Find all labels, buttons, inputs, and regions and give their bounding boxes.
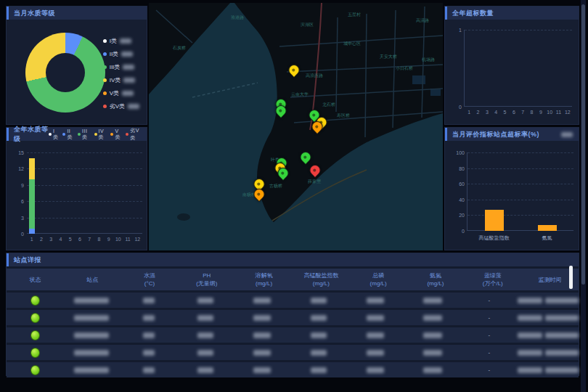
- table-row[interactable]: -: [7, 293, 579, 308]
- x-axis-tick: 4: [494, 110, 497, 115]
- column-name: 水温: [121, 271, 179, 279]
- gridline: [27, 201, 142, 202]
- status-normal-icon: [30, 330, 40, 340]
- x-axis-tick: 7: [521, 110, 524, 115]
- legend-value-redacted: [123, 78, 135, 83]
- gridline: [27, 152, 142, 153]
- cell-dissolved_oxygen: [234, 367, 290, 373]
- cell-algae: -: [461, 332, 518, 338]
- cell-status: [7, 330, 63, 340]
- cell-status: [7, 313, 63, 323]
- redacted-value: [253, 298, 271, 303]
- redacted-value: [367, 350, 384, 356]
- stacked-bar[interactable]: [29, 158, 35, 234]
- y-axis-tick: 15: [18, 150, 24, 155]
- x-axis-tick: 9: [539, 110, 542, 115]
- legend-label: 劣V类: [130, 127, 141, 142]
- redacted-value: [423, 315, 442, 321]
- cell-water_temp: [120, 298, 176, 303]
- y-axis-tick: 3: [21, 215, 24, 220]
- cell-ammonia: [404, 315, 461, 321]
- cell-codmn: [290, 332, 347, 338]
- table-row[interactable]: -: [7, 362, 579, 377]
- table-row[interactable]: -: [7, 327, 579, 343]
- cell-ph: [177, 298, 234, 303]
- x-axis-tick: 8: [531, 110, 534, 115]
- cell-codmn: [290, 298, 347, 303]
- cell-algae: -: [461, 349, 518, 356]
- redacted-value: [311, 367, 327, 373]
- rate-bar[interactable]: [485, 210, 504, 231]
- x-axis-tick: 4: [59, 237, 62, 242]
- column-header: 站点: [64, 276, 121, 284]
- redacted-value: [545, 350, 579, 356]
- legend-dot-icon: [103, 65, 107, 69]
- rate-bar-label: 高锰酸盐指数: [479, 234, 510, 242]
- redacted-value: [143, 315, 155, 321]
- legend-value-redacted: [121, 52, 133, 57]
- y-axis-tick: 100: [456, 150, 465, 155]
- legend-dot-icon: [62, 133, 65, 136]
- x-axis-tick: 1: [30, 237, 33, 242]
- y-axis-tick: 80: [459, 166, 465, 171]
- column-name: 站点: [64, 276, 121, 284]
- column-unit: (mg/L): [350, 279, 407, 287]
- cell-algae: -: [461, 297, 518, 303]
- redacted-value: [423, 367, 442, 373]
- redacted-value: [253, 350, 271, 356]
- legend-dot-icon: [78, 133, 81, 136]
- redacted-value: [311, 298, 327, 303]
- column-name: 状态: [7, 276, 64, 284]
- column-unit: (无量纲): [178, 279, 235, 287]
- x-axis-tick: 7: [88, 237, 91, 242]
- panel-corner-label[interactable]: [561, 132, 573, 137]
- rate-bar[interactable]: [538, 225, 557, 231]
- page-scrollbar[interactable]: [581, 0, 586, 392]
- cell-water_temp: [120, 367, 176, 373]
- redacted-value: [143, 332, 155, 338]
- table-scrollbar[interactable]: [569, 266, 573, 289]
- cell-status: [7, 348, 63, 358]
- x-axis-line: [465, 106, 572, 107]
- table-row[interactable]: -: [7, 310, 579, 325]
- column-name: 氨氮: [407, 271, 465, 279]
- cell-water_temp: [120, 332, 176, 338]
- legend-label: 劣V类: [110, 102, 125, 110]
- cell-station: [63, 298, 120, 303]
- city-map[interactable]: 石炭桥渔港路滨湖区五星村高清路城中心区天安大桥机场路小日石桥高浪西路云南大学北石…: [149, 3, 443, 250]
- legend-label: IV类: [99, 128, 107, 141]
- y-axis-tick: 9: [21, 182, 24, 187]
- exceed-bar-chart: 01123456789101112: [464, 30, 572, 107]
- y-axis-tick: 0: [21, 232, 24, 237]
- cell-ammonia: [404, 367, 461, 373]
- redacted-value: [367, 298, 384, 303]
- panel-title: 全年超标数量: [452, 9, 494, 18]
- column-header: 氨氮(mg/L): [407, 271, 465, 287]
- cell-time: [518, 315, 579, 321]
- redacted-value: [518, 315, 542, 321]
- cell-ammonia: [404, 298, 461, 303]
- redacted-value: [311, 350, 327, 356]
- legend-dot-icon: [103, 91, 107, 95]
- y-axis-tick: 12: [18, 166, 24, 171]
- cell-station: [63, 350, 120, 356]
- legend-label: II类: [110, 50, 118, 58]
- legend-value-redacted: [120, 38, 131, 44]
- status-normal-icon: [30, 348, 40, 358]
- legend-dot-icon: [49, 133, 52, 136]
- table-row[interactable]: -: [7, 345, 579, 360]
- legend-label: V类: [110, 89, 119, 97]
- legend-label: III类: [110, 63, 121, 71]
- gridline: [467, 152, 573, 153]
- legend-dot-icon: [103, 39, 107, 43]
- page-scrollbar-thumb[interactable]: [581, 4, 585, 285]
- legend-item: II类: [103, 50, 139, 58]
- gridline: [467, 184, 573, 184]
- cell-ph: [177, 315, 234, 321]
- panel-header: 当月水质等级: [7, 7, 147, 20]
- column-unit: (mg/L): [293, 279, 350, 287]
- redacted-value: [367, 332, 384, 338]
- panel-title: 当月水质等级: [14, 9, 55, 18]
- cell-station: [63, 367, 120, 373]
- x-axis-tick: 5: [69, 237, 72, 242]
